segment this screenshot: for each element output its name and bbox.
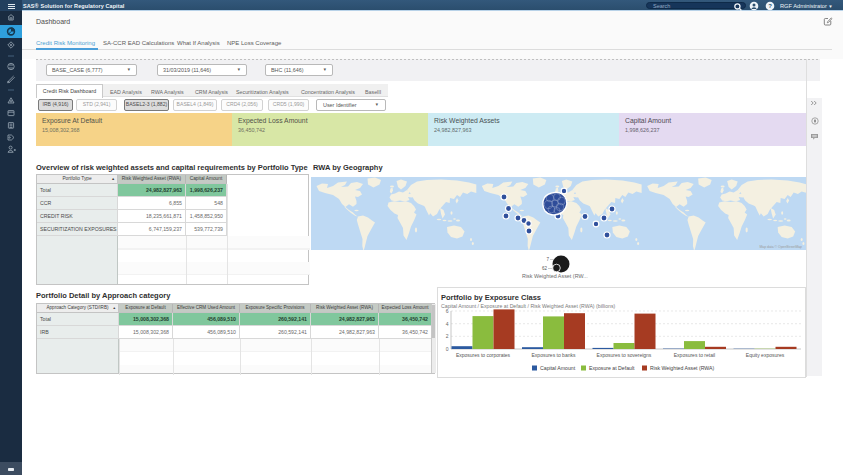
svg-text:Risk Weighted Asset (RWA): Risk Weighted Asset (RWA) xyxy=(650,365,714,371)
svg-text:Exposures to sovereigns: Exposures to sovereigns xyxy=(597,352,652,358)
svg-text:Equity exposures: Equity exposures xyxy=(746,352,785,358)
svg-text:Capital Amount: Capital Amount xyxy=(540,365,576,371)
svg-text:?: ? xyxy=(768,3,772,9)
svg-text:0: 0 xyxy=(446,346,449,352)
svg-text:6: 6 xyxy=(446,308,449,314)
svg-text:4: 4 xyxy=(446,321,449,327)
svg-text:Map data © OpenStreetMap: Map data © OpenStreetMap xyxy=(760,245,803,249)
svg-text:2: 2 xyxy=(446,333,449,339)
svg-text:62: 62 xyxy=(542,266,548,271)
svg-text:Exposures to retail: Exposures to retail xyxy=(674,352,715,358)
svg-text:Exposures to corporates: Exposures to corporates xyxy=(456,352,511,358)
svg-text:Exposure at Default: Exposure at Default xyxy=(589,365,635,371)
svg-text:7: 7 xyxy=(546,257,549,262)
svg-text:Exposures to banks: Exposures to banks xyxy=(532,352,576,358)
